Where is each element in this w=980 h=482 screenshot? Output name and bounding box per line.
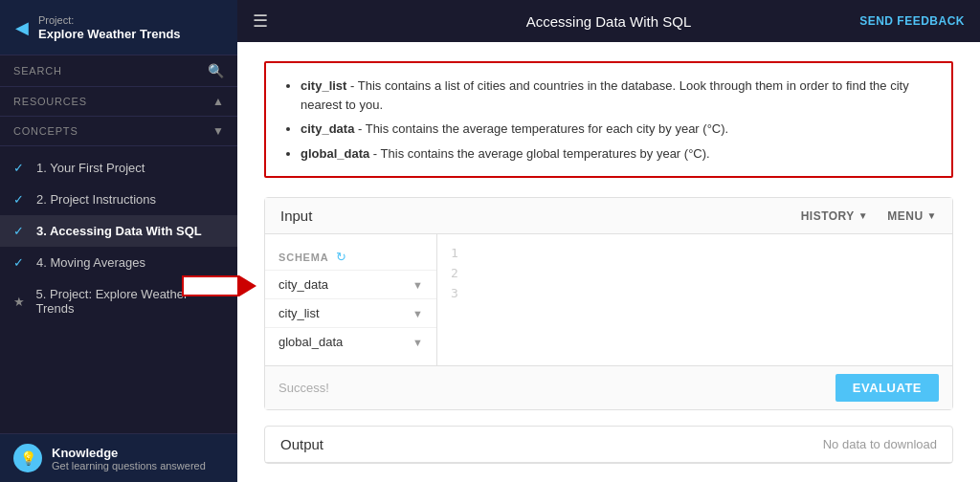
top-bar: ☰ Accessing Data With SQL SEND FEEDBACK [237,0,980,42]
back-icon[interactable]: ◀ [15,17,29,38]
nav-label-4: 4. Moving Averages [36,255,145,270]
query-editor[interactable]: 1 2 3 [437,234,952,365]
sidebar-item-3[interactable]: ✓ 3. Accessing Data With SQL [0,215,237,247]
concepts-label: CONCEPTS [13,125,212,137]
nav-label-1: 1. Your First Project [36,161,145,175]
sidebar-item-2[interactable]: ✓ 2. Project Instructions [0,184,237,215]
resources-label: RESOURCES [13,96,212,107]
resources-arrow: ▲ [212,95,224,108]
no-data-text: No data to download [823,437,937,451]
schema-column: SCHEMA ↻ city_data ▼ city_list ▼ global_… [265,234,437,365]
schema-refresh-icon[interactable]: ↻ [336,250,346,264]
info-box: city_list - This contains a list of citi… [264,61,953,178]
schema-item-city-list[interactable]: city_list ▼ [265,298,436,327]
content-area: city_list - This contains a list of citi… [237,42,980,482]
knowledge-avatar: 💡 [13,444,42,472]
sidebar-header: ◀ Project: Explore Weather Trends [0,0,237,55]
schema-city-list-chevron: ▼ [412,308,423,319]
schema-item-global-data[interactable]: global_data ▼ [265,327,436,356]
schema-global-data-chevron: ▼ [412,337,423,348]
info-item-3: global_data - This contains the average … [301,144,936,164]
schema-label: SCHEMA [278,252,328,263]
input-panel-title: Input [280,208,782,224]
history-chevron: ▼ [858,210,868,221]
nav-label-2: 2. Project Instructions [36,192,156,207]
input-panel-footer: Success! EVALUATE [265,365,952,409]
schema-city-list-label: city_list [278,306,320,320]
output-panel: Output No data to download [264,426,953,464]
check-icon-1: ✓ [13,161,29,175]
sidebar-item-5[interactable]: ★ 5. Project: Explore Weather Trends [0,278,237,324]
sidebar-item-4[interactable]: ✓ 4. Moving Averages [0,247,237,278]
check-icon-3: ✓ [13,224,29,238]
resources-section[interactable]: RESOURCES ▲ [0,87,237,117]
input-panel: Input HISTORY ▼ MENU ▼ SCHEMA ↻ [264,197,953,410]
info-list: city_list - This contains a list of citi… [281,77,936,163]
nav-label-5: 5. Project: Explore Weather Trends [36,287,224,316]
search-icon[interactable]: 🔍 [208,63,224,78]
project-name: Explore Weather Trends [38,27,181,41]
send-feedback-button[interactable]: SEND FEEDBACK [859,14,965,28]
line-numbers: 1 2 3 [451,244,939,303]
output-title: Output [280,436,823,452]
schema-item-city-data[interactable]: city_data ▼ [265,270,436,298]
search-section[interactable]: SEARCH 🔍 [0,55,237,87]
star-icon-5: ★ [13,295,29,309]
search-label: SEARCH [13,65,200,77]
history-label: HISTORY [801,209,855,223]
schema-city-data-chevron: ▼ [412,279,423,291]
nav-label-3: 3. Accessing Data With SQL [36,224,202,238]
menu-chevron: ▼ [927,210,937,221]
main-content: ☰ Accessing Data With SQL SEND FEEDBACK … [237,0,980,482]
menu-action[interactable]: MENU ▼ [887,209,937,223]
output-panel-header: Output No data to download [265,427,952,463]
schema-global-data-label: global_data [278,335,343,349]
check-icon-2: ✓ [13,192,29,207]
sidebar-nav: ✓ 1. Your First Project ✓ 2. Project Ins… [0,146,237,433]
concepts-section[interactable]: CONCEPTS ▼ [0,117,237,146]
project-label: Project: [38,13,181,27]
info-item-2: city_data - This contains the average te… [301,120,936,139]
topbar-title: Accessing Data With SQL [526,13,692,30]
sidebar-item-1[interactable]: ✓ 1. Your First Project [0,152,237,184]
knowledge-title: Knowledge [52,446,206,460]
evaluate-button[interactable]: EVALUATE [835,374,939,402]
schema-city-data-label: city_data [278,277,328,292]
success-text: Success! [278,381,835,395]
knowledge-footer[interactable]: 💡 Knowledge Get learning questions answe… [0,433,237,482]
history-action[interactable]: HISTORY ▼ [801,209,869,223]
sidebar: ◀ Project: Explore Weather Trends SEARCH… [0,0,237,482]
knowledge-subtitle: Get learning questions answered [52,460,206,471]
schema-header: SCHEMA ↻ [265,244,436,270]
hamburger-icon[interactable]: ☰ [253,11,268,32]
check-icon-4: ✓ [13,255,29,270]
input-panel-body: SCHEMA ↻ city_data ▼ city_list ▼ global_… [265,234,952,365]
input-panel-header: Input HISTORY ▼ MENU ▼ [265,198,952,234]
concepts-arrow: ▼ [212,124,224,138]
info-item-1: city_list - This contains a list of citi… [301,77,936,114]
menu-label: MENU [887,209,923,223]
